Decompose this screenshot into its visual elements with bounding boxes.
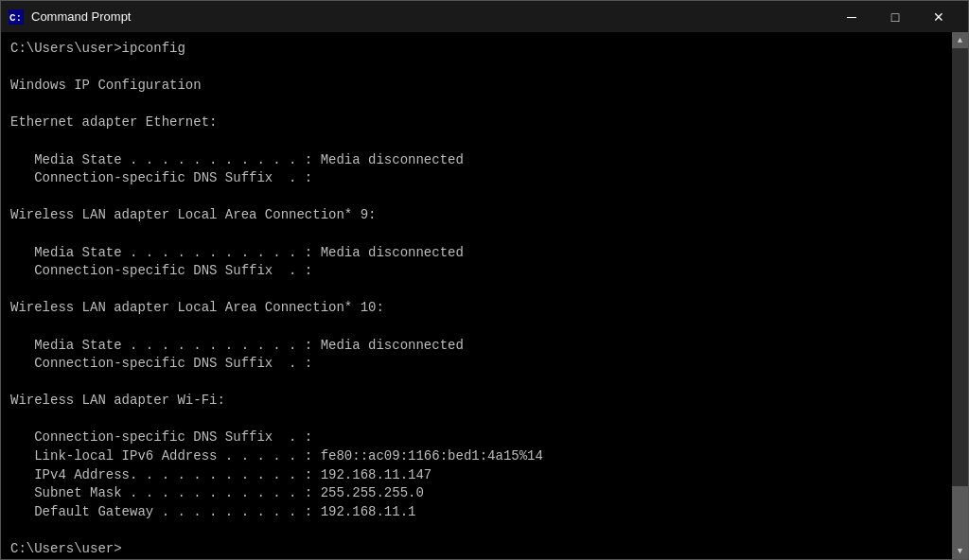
scrollbar-track[interactable] (952, 48, 968, 543)
command-prompt-window: C: Command Prompt ─ □ ✕ C:\Users\user>ip… (0, 0, 969, 560)
terminal-line: Media State . . . . . . . . . . . : Medi… (10, 337, 943, 356)
scrollbar[interactable]: ▲ ▼ (952, 32, 968, 559)
minimize-button[interactable]: ─ (830, 1, 873, 32)
titlebar: C: Command Prompt ─ □ ✕ (1, 1, 968, 32)
svg-text:C:: C: (9, 12, 22, 24)
terminal-line (10, 96, 943, 114)
terminal-line (10, 281, 943, 300)
terminal-line (10, 318, 943, 337)
terminal-line: Subnet Mask . . . . . . . . . . . : 255.… (10, 484, 943, 503)
terminal-line: C:\Users\user>ipconfig (10, 40, 943, 59)
terminal-line: C:\Users\user> (10, 540, 943, 559)
app-icon: C: (9, 9, 24, 25)
terminal-line: Ethernet adapter Ethernet: (10, 114, 943, 132)
terminal-line (10, 59, 943, 78)
window-title: Command Prompt (31, 9, 830, 24)
terminal-line: Connection-specific DNS Suffix . : (10, 169, 943, 188)
terminal-line (10, 225, 943, 244)
terminal-line: Link-local IPv6 Address . . . . . : fe80… (10, 447, 943, 466)
terminal-line: Wireless LAN adapter Local Area Connecti… (10, 206, 943, 225)
maximize-button[interactable]: □ (873, 1, 917, 32)
terminal-line (10, 411, 943, 429)
terminal-line: Default Gateway . . . . . . . . . : 192.… (10, 503, 943, 522)
terminal-line: Connection-specific DNS Suffix . : (10, 355, 943, 374)
scrollbar-thumb[interactable] (952, 486, 968, 543)
terminal-line (10, 374, 943, 393)
scroll-down-button[interactable]: ▼ (952, 543, 968, 559)
content-area: C:\Users\user>ipconfig Windows IP Config… (1, 32, 968, 559)
terminal-line: Windows IP Configuration (10, 77, 943, 96)
terminal-line: Media State . . . . . . . . . . . : Medi… (10, 244, 943, 263)
terminal-line: Wireless LAN adapter Wi-Fi: (10, 392, 943, 411)
terminal-line: Connection-specific DNS Suffix . : (10, 429, 943, 447)
terminal-line (10, 132, 943, 151)
terminal-line: Wireless LAN adapter Local Area Connecti… (10, 299, 943, 318)
terminal-line: Media State . . . . . . . . . . . : Medi… (10, 151, 943, 170)
terminal-line: IPv4 Address. . . . . . . . . . . : 192.… (10, 466, 943, 485)
close-button[interactable]: ✕ (917, 1, 960, 32)
terminal-line (10, 188, 943, 207)
terminal-output[interactable]: C:\Users\user>ipconfig Windows IP Config… (1, 32, 952, 559)
terminal-line (10, 521, 943, 540)
window-controls: ─ □ ✕ (830, 1, 960, 32)
scroll-up-button[interactable]: ▲ (952, 32, 968, 48)
terminal-line: Connection-specific DNS Suffix . : (10, 262, 943, 281)
